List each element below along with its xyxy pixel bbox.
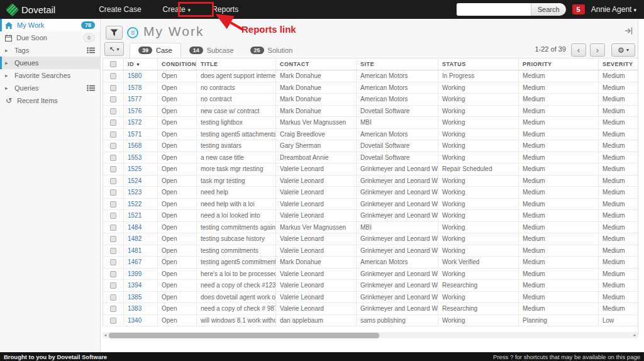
scroll-left-icon[interactable]: ◂ bbox=[103, 332, 108, 338]
case-id-link[interactable]: 1525 bbox=[128, 165, 142, 172]
severity-cell: Medium bbox=[599, 164, 638, 175]
status-cell: Working bbox=[438, 233, 519, 245]
row-checkbox[interactable] bbox=[110, 282, 116, 289]
settings-gear-button[interactable]: ⚙▾ bbox=[611, 43, 635, 57]
sidebar-item-queries[interactable]: ▸ Queries bbox=[0, 82, 100, 94]
case-id-link[interactable]: 1577 bbox=[128, 96, 142, 103]
case-id-link[interactable]: 1523 bbox=[128, 189, 142, 196]
case-id-link[interactable]: 1467 bbox=[128, 258, 142, 265]
col-header-title[interactable]: TITLE bbox=[197, 58, 276, 70]
row-checkbox[interactable] bbox=[110, 155, 116, 161]
tab-subcase[interactable]: 14 Subcase bbox=[181, 43, 242, 58]
row-checkbox[interactable] bbox=[110, 119, 116, 126]
case-id-link[interactable]: 1383 bbox=[128, 305, 142, 312]
case-id-link[interactable]: 1385 bbox=[128, 294, 142, 301]
row-checkbox[interactable] bbox=[110, 96, 116, 103]
vertical-scrollbar[interactable] bbox=[638, 20, 644, 336]
col-header-severity[interactable]: SEVERITY bbox=[599, 58, 638, 70]
sidebar-item-recent-items[interactable]: ↺ Recent Items bbox=[0, 94, 100, 107]
collapse-panel-icon[interactable] bbox=[625, 27, 633, 35]
sidebar-item-my-work[interactable]: My Work 78 bbox=[0, 19, 100, 31]
sidebar-item-favorite-searches[interactable]: ▸ Favorite Searches bbox=[0, 69, 100, 82]
select-all-checkbox[interactable] bbox=[110, 61, 116, 67]
row-checkbox[interactable] bbox=[110, 213, 116, 219]
row-checkbox[interactable] bbox=[110, 248, 116, 254]
contact-cell: Valerie Leonard bbox=[276, 175, 357, 187]
row-checkbox[interactable] bbox=[110, 108, 116, 114]
row-checkbox[interactable] bbox=[110, 189, 116, 196]
priority-cell: Medium bbox=[519, 105, 599, 117]
row-checkbox[interactable] bbox=[110, 294, 116, 301]
row-checkbox[interactable] bbox=[110, 73, 116, 79]
case-id-link[interactable]: 1553 bbox=[128, 154, 142, 161]
case-id-link[interactable]: 1524 bbox=[128, 177, 142, 184]
col-header-priority[interactable]: PRIORITY bbox=[519, 58, 599, 70]
nav-reports[interactable]: Reports bbox=[201, 0, 249, 19]
case-id-link[interactable]: 1571 bbox=[128, 131, 142, 138]
list-icon[interactable] bbox=[87, 85, 95, 91]
prev-page-button[interactable]: ‹ bbox=[571, 43, 586, 57]
search-button[interactable]: Search bbox=[531, 3, 566, 16]
row-checkbox[interactable] bbox=[110, 166, 116, 172]
case-id-link[interactable]: 1484 bbox=[128, 224, 142, 231]
row-checkbox[interactable] bbox=[110, 271, 116, 277]
case-id-link[interactable]: 1399 bbox=[128, 270, 142, 277]
subcase-count-badge: 14 bbox=[189, 47, 203, 54]
contact-cell: Gary Sherman bbox=[276, 140, 357, 152]
nav-create-dropdown[interactable]: Create▾ bbox=[152, 0, 202, 19]
tab-solution[interactable]: 25 Solution bbox=[242, 43, 301, 58]
row-checkbox[interactable] bbox=[110, 131, 116, 138]
brand[interactable]: Dovetail bbox=[0, 4, 63, 15]
case-id-link[interactable]: 1481 bbox=[128, 247, 142, 254]
sidebar-item-queues[interactable]: ▸ Queues bbox=[0, 57, 100, 69]
sidebar-item-due-soon[interactable]: Due Soon 0 bbox=[0, 31, 100, 44]
notification-badge[interactable]: 5 bbox=[572, 4, 585, 14]
brand-name: Dovetail bbox=[21, 4, 55, 15]
case-id-link[interactable]: 1572 bbox=[128, 119, 142, 126]
site-cell: Grinkmeyer and Leonard Wealth M bbox=[357, 187, 438, 199]
row-checkbox[interactable] bbox=[110, 318, 116, 324]
site-cell: Grinkmeyer and Leonard Wealth M bbox=[357, 291, 438, 303]
priority-cell: Medium bbox=[519, 257, 599, 269]
nav-create-case[interactable]: Create Case bbox=[88, 0, 152, 19]
row-checkbox[interactable] bbox=[110, 201, 116, 208]
title-cell: need a copy of check # 9875 bbox=[197, 303, 276, 315]
priority-cell: Medium bbox=[519, 233, 599, 245]
case-id-link[interactable]: 1580 bbox=[128, 72, 142, 79]
row-checkbox[interactable] bbox=[110, 143, 116, 149]
case-id-link[interactable]: 1521 bbox=[128, 212, 142, 219]
case-id-link[interactable]: 1482 bbox=[128, 235, 142, 242]
user-menu[interactable]: Annie Agent▾ bbox=[591, 5, 636, 14]
row-checkbox[interactable] bbox=[110, 225, 116, 231]
case-id-link[interactable]: 1568 bbox=[128, 142, 142, 149]
search-input[interactable] bbox=[457, 3, 531, 16]
case-id-link[interactable]: 1578 bbox=[128, 84, 142, 91]
next-page-button[interactable]: › bbox=[590, 43, 605, 57]
title-cell: need a copy of check #1234 bbox=[197, 280, 276, 292]
col-header-contact[interactable]: CONTACT bbox=[276, 58, 357, 70]
case-id-link[interactable]: 1340 bbox=[128, 317, 142, 324]
case-id-link[interactable]: 1576 bbox=[128, 108, 142, 114]
scrollbar-thumb[interactable] bbox=[109, 333, 379, 338]
row-checkbox[interactable] bbox=[110, 236, 116, 242]
sidebar-item-tags[interactable]: ▸ Tags bbox=[0, 44, 100, 57]
row-checkbox[interactable] bbox=[110, 85, 116, 91]
site-cell: MBI bbox=[357, 117, 438, 129]
case-id-link[interactable]: 1522 bbox=[128, 201, 142, 208]
tab-case[interactable]: 39 Case bbox=[130, 43, 181, 58]
row-checkbox[interactable] bbox=[110, 259, 116, 265]
filter-button[interactable] bbox=[106, 26, 123, 40]
case-id-link[interactable]: 1394 bbox=[128, 282, 142, 289]
col-header-status[interactable]: STATUS bbox=[438, 58, 519, 70]
col-header-site[interactable]: SITE bbox=[357, 58, 438, 70]
list-view-icon[interactable]: ≡ bbox=[127, 27, 138, 38]
condition-cell: Open bbox=[158, 187, 197, 199]
actions-dropdown-button[interactable]: ↖▾ bbox=[104, 42, 124, 56]
list-icon[interactable] bbox=[87, 47, 95, 53]
row-checkbox[interactable] bbox=[110, 306, 116, 312]
row-checkbox[interactable] bbox=[110, 178, 116, 184]
horizontal-scrollbar[interactable]: ◂ ▸ bbox=[103, 332, 638, 338]
col-header-condition[interactable]: CONDITION bbox=[158, 58, 197, 70]
col-header-id[interactable]: ID▼ bbox=[124, 58, 158, 70]
scroll-right-icon[interactable]: ▸ bbox=[632, 332, 638, 338]
